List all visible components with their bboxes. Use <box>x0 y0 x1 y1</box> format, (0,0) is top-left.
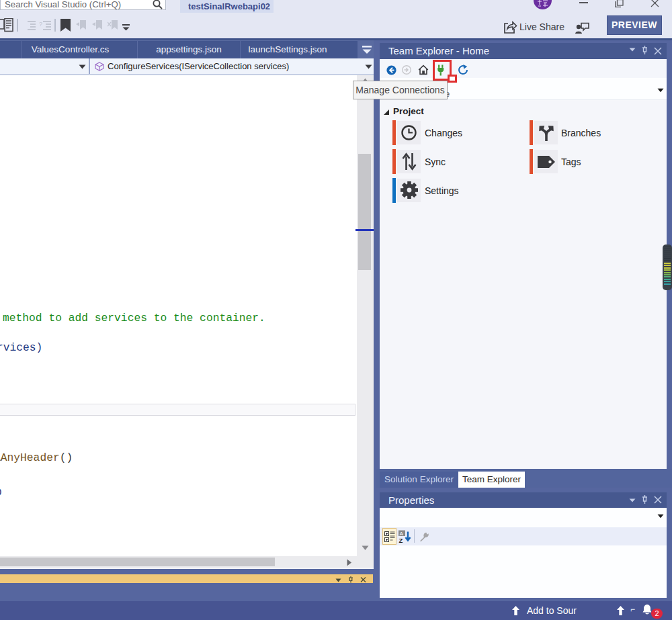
svg-text:A: A <box>399 531 403 537</box>
svg-text:Z: Z <box>399 537 403 543</box>
svg-text:?: ? <box>39 21 42 28</box>
